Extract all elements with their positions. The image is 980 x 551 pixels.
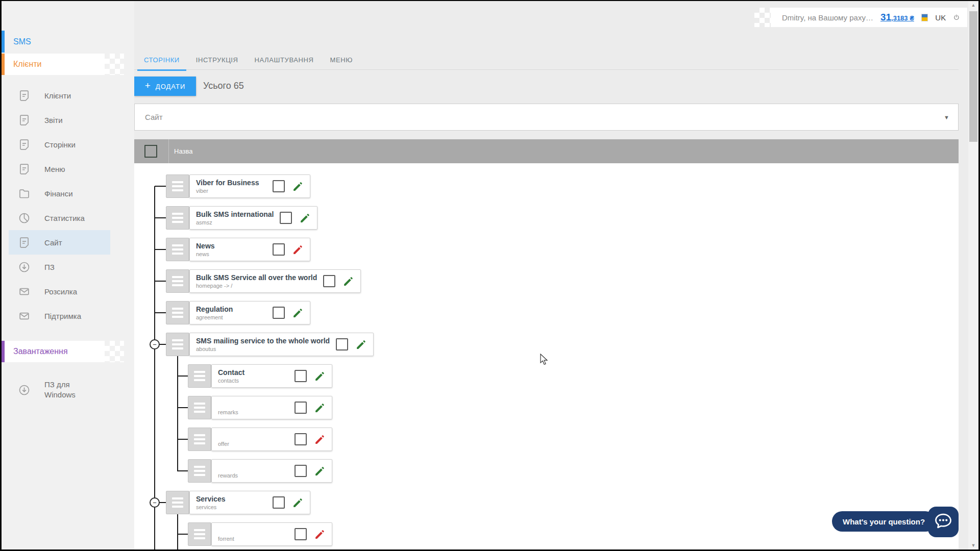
drag-handle[interactable] xyxy=(188,522,211,546)
sidebar-item-4[interactable]: Меню xyxy=(9,157,110,181)
page-checkbox[interactable] xyxy=(295,433,307,445)
sidebar-item-label: Сторінки xyxy=(44,140,76,149)
drag-handle[interactable] xyxy=(166,491,189,514)
page-text: Regulationagreement xyxy=(196,305,266,321)
page-title: Viber for Business xyxy=(196,179,266,187)
sidebar-item-label: Меню xyxy=(44,165,65,173)
page-checkbox[interactable] xyxy=(336,338,348,350)
sidebar-item-3[interactable]: Сторінки xyxy=(9,132,110,157)
sidebar-item-2[interactable]: Звіти xyxy=(9,108,110,132)
tree-connector-line xyxy=(154,186,155,550)
tree-connector-line xyxy=(177,470,188,471)
sidebar-nav: КлієнтиЗвітиСторінкиМенюФінансиСтатистик… xyxy=(0,83,122,328)
sidebar-item-6[interactable]: Статистика xyxy=(9,206,110,230)
tree-connector-line xyxy=(177,534,188,535)
page-checkbox[interactable] xyxy=(273,243,285,256)
page-text: Bulk SMS Service all over the worldhomep… xyxy=(196,273,317,289)
page-checkbox[interactable] xyxy=(280,212,292,224)
scrollbar-thumb[interactable] xyxy=(969,11,977,142)
drag-handle[interactable] xyxy=(188,364,211,388)
page-slug: homepage -> / xyxy=(196,283,317,289)
sidebar-item-10[interactable]: Підтримка xyxy=(9,304,110,328)
sidebar-section-label: SMS xyxy=(13,37,31,46)
sidebar-section-downloads[interactable]: Завантаження xyxy=(0,341,105,362)
vertical-scrollbar[interactable]: ▲ ▼ xyxy=(968,1,978,549)
edit-pencil-icon[interactable] xyxy=(314,402,326,414)
drag-handle[interactable] xyxy=(188,428,211,451)
page-checkbox[interactable] xyxy=(295,528,307,540)
page-title xyxy=(218,400,288,408)
page-checkbox[interactable] xyxy=(295,465,307,477)
edit-pencil-icon[interactable] xyxy=(292,497,304,509)
tree-connector-line xyxy=(177,407,188,408)
page-checkbox[interactable] xyxy=(273,180,285,192)
page-checkbox[interactable] xyxy=(273,307,285,319)
language-selector[interactable]: UK xyxy=(935,13,946,22)
power-icon[interactable] xyxy=(953,11,960,23)
page-title xyxy=(218,463,288,471)
tab-2[interactable]: ІНСТРУКЦІЯ xyxy=(189,50,245,71)
sidebar-item-5[interactable]: Фінанси xyxy=(9,181,110,206)
tab-bar: СТОРІНКИІНСТРУКЦІЯНАЛАШТУВАННЯМЕНЮ xyxy=(134,50,959,70)
edit-pencil-icon[interactable] xyxy=(314,465,326,477)
tab-3[interactable]: НАЛАШТУВАННЯ xyxy=(248,50,321,71)
sidebar-section-clients[interactable]: Клієнти xyxy=(0,54,105,75)
page-checkbox[interactable] xyxy=(273,496,285,509)
pages-tree: Viber for BusinessviberBulk SMS internat… xyxy=(134,163,959,550)
drag-handle[interactable] xyxy=(188,396,211,419)
collapse-toggle[interactable]: − xyxy=(150,497,160,508)
edit-pencil-icon[interactable] xyxy=(292,244,304,256)
chat-prompt-bubble[interactable]: What's your question? xyxy=(832,511,936,532)
add-button[interactable]: + ДОДАТИ xyxy=(134,77,196,96)
tree-connector-line xyxy=(177,356,178,471)
sidebar-item-1[interactable]: Клієнти xyxy=(9,83,110,108)
page-checkbox[interactable] xyxy=(295,402,307,414)
site-filter-dropdown[interactable]: Сайт ▼ xyxy=(134,104,959,131)
document-icon xyxy=(18,138,31,151)
edit-pencil-icon[interactable] xyxy=(342,276,354,287)
drag-handle[interactable] xyxy=(166,301,189,324)
scroll-up-arrow[interactable]: ▲ xyxy=(968,1,978,9)
tree-connector-line xyxy=(177,514,178,550)
edit-pencil-icon[interactable] xyxy=(314,529,326,540)
page-checkbox[interactable] xyxy=(295,370,307,382)
edit-pencil-icon[interactable] xyxy=(292,307,304,319)
drag-handle[interactable] xyxy=(166,269,189,293)
sidebar-item-pz-windows[interactable]: ПЗ дляWindows xyxy=(9,375,110,405)
select-all-checkbox[interactable] xyxy=(144,145,157,158)
tab-1[interactable]: СТОРІНКИ xyxy=(137,50,186,71)
drag-handle[interactable] xyxy=(166,238,189,261)
edit-pencil-icon[interactable] xyxy=(314,434,326,445)
page-checkbox[interactable] xyxy=(323,275,335,287)
checker-decoration xyxy=(105,54,124,75)
tree-connector-line xyxy=(177,375,188,377)
tree-connector-line xyxy=(155,249,166,250)
drag-handle[interactable] xyxy=(166,333,189,356)
tree-connector-line xyxy=(155,217,166,218)
sidebar-section-sms[interactable]: SMS xyxy=(0,31,134,53)
drag-handle[interactable] xyxy=(166,174,189,198)
tab-4[interactable]: МЕНЮ xyxy=(324,50,359,71)
drag-handle[interactable] xyxy=(188,459,211,483)
page-row: Viber for Businessviber xyxy=(189,174,310,198)
sidebar-item-label: Розсилка xyxy=(44,287,77,296)
sidebar-item-7[interactable]: Сайт xyxy=(9,230,110,255)
balance-link[interactable]: 31,3183 ₴ xyxy=(880,12,914,23)
collapse-toggle[interactable]: − xyxy=(150,339,160,349)
chat-launcher-button[interactable] xyxy=(928,507,959,537)
scroll-down-arrow[interactable]: ▼ xyxy=(968,541,978,549)
edit-pencil-icon[interactable] xyxy=(292,181,304,192)
drag-handle[interactable] xyxy=(166,206,189,230)
download-icon xyxy=(18,384,31,396)
edit-pencil-icon[interactable] xyxy=(314,370,326,382)
page-title: News xyxy=(196,242,266,250)
page-row: rewards xyxy=(211,459,332,483)
sidebar-section-label: Завантаження xyxy=(13,347,68,356)
page-row: Servicesservices xyxy=(189,491,310,514)
edit-pencil-icon[interactable] xyxy=(355,339,367,350)
page-slug: forrent xyxy=(218,536,288,542)
name-column-header: Назва xyxy=(174,147,192,155)
sidebar-item-8[interactable]: ПЗ xyxy=(9,255,110,279)
sidebar-item-9[interactable]: Розсилка xyxy=(9,279,110,304)
edit-pencil-icon[interactable] xyxy=(299,212,311,224)
